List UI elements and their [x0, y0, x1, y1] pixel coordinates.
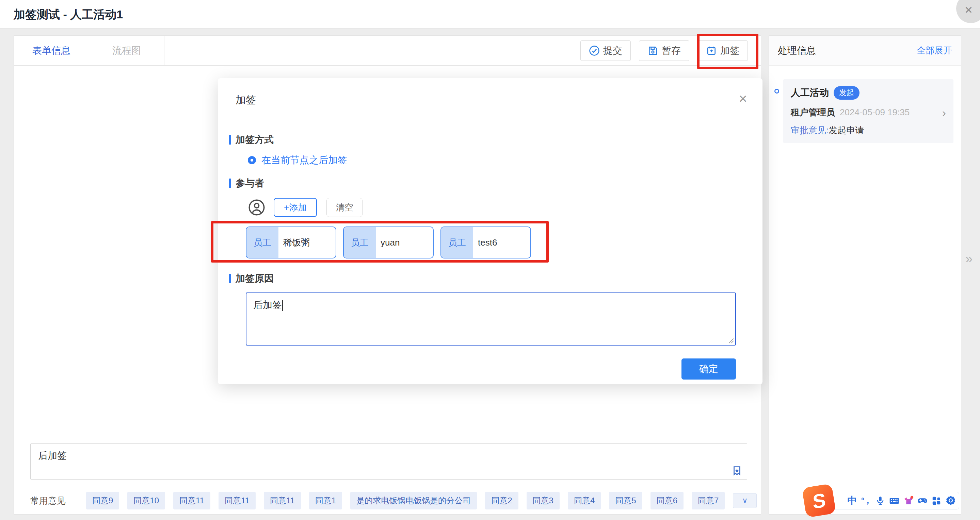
- keyboard-icon[interactable]: [888, 495, 900, 506]
- submit-button[interactable]: 提交: [581, 40, 631, 61]
- participant-chips: 员工 稀饭粥 员工 yuan 员工 test6: [246, 227, 748, 258]
- opinion-chip[interactable]: 同意7: [692, 492, 725, 509]
- opinions-more-button[interactable]: ∨: [733, 493, 757, 508]
- add-participant-button[interactable]: +添加: [274, 198, 317, 217]
- window-title: 加签测试 - 人工活动1: [14, 0, 123, 29]
- countersign-dialog: 加签 ✕ 加签方式 在当前节点之后加签 参与者 +添加 清空 员工 稀饭粥 员工: [218, 78, 762, 384]
- clear-participants-button[interactable]: 清空: [326, 198, 363, 217]
- opinion-text: 发起申请: [829, 125, 864, 135]
- microphone-icon[interactable]: [875, 495, 886, 506]
- tab-flow-chart[interactable]: 流程图: [89, 36, 164, 65]
- save-icon: [648, 45, 658, 56]
- ime-toolbar: 中 °，: [824, 492, 959, 509]
- opinion-chip[interactable]: 同意11: [264, 492, 301, 509]
- section-bar: [229, 135, 231, 144]
- timeline-dot-icon: [775, 89, 779, 94]
- opinion-chip[interactable]: 同意9: [86, 492, 119, 509]
- panel-collapse-icon[interactable]: »: [966, 252, 972, 266]
- expand-all-link[interactable]: 全部展开: [917, 44, 952, 57]
- timeline-item: 人工活动 发起 租户管理员 2024-05-09 19:35 › 审批意见:发起…: [775, 79, 953, 143]
- confirm-button[interactable]: 确定: [681, 358, 736, 379]
- sogou-logo[interactable]: S: [802, 484, 836, 518]
- chevron-right-icon[interactable]: ›: [942, 108, 946, 117]
- participant-chip[interactable]: 员工 稀饭粥: [246, 227, 336, 258]
- toolbox-icon[interactable]: [945, 495, 956, 506]
- timeline-card[interactable]: 人工活动 发起 租户管理员 2024-05-09 19:35 › 审批意见:发起…: [783, 79, 953, 143]
- reason-section-title: 加签原因: [235, 272, 274, 285]
- approval-comment-box[interactable]: 后加签: [30, 444, 747, 480]
- timeline-time: 2024-05-09 19:35: [840, 107, 910, 118]
- save-draft-button[interactable]: 暂存: [639, 40, 689, 61]
- games-icon[interactable]: [917, 495, 928, 506]
- section-bar: [229, 179, 231, 188]
- method-section-title: 加签方式: [235, 133, 274, 146]
- common-opinions-row: 常用意见 同意9 同意10 同意11 同意11 同意11 同意1 是的求电饭锅电…: [30, 491, 747, 510]
- timeline-node-name: 人工活动: [791, 86, 829, 99]
- opinion-chip[interactable]: 同意11: [173, 492, 210, 509]
- process-info-title: 处理信息: [778, 44, 816, 57]
- timeline-user: 租户管理员: [791, 106, 835, 118]
- common-opinions-chips: 同意9 同意10 同意11 同意11 同意11 同意1 是的求电饭锅电饭锅是的分…: [86, 492, 757, 509]
- chevron-down-icon: ∨: [742, 496, 748, 505]
- dialog-close-icon[interactable]: ✕: [738, 92, 748, 105]
- apps-grid-icon[interactable]: [931, 495, 942, 506]
- opinion-chip[interactable]: 同意2: [485, 492, 518, 509]
- favorite-comments-icon[interactable]: [731, 465, 743, 476]
- process-info-panel: 处理信息 全部展开 人工活动 发起 租户管理员 2024-05-09 19:35…: [768, 35, 961, 515]
- opinion-chip[interactable]: 同意10: [127, 492, 165, 509]
- text-caret: [282, 300, 283, 311]
- person-icon: [248, 199, 266, 216]
- resize-handle-icon[interactable]: [727, 336, 734, 344]
- participant-chip[interactable]: 员工 yuan: [343, 227, 434, 258]
- close-icon: ✕: [964, 4, 973, 16]
- radio-selected-icon: [248, 156, 256, 164]
- check-circle-icon: [589, 45, 600, 56]
- approval-comment-value: 后加签: [38, 449, 67, 462]
- skin-icon[interactable]: [903, 495, 914, 506]
- dialog-title: 加签: [235, 93, 256, 107]
- reason-value: 后加签: [253, 300, 282, 310]
- process-info-header: 处理信息 全部展开: [769, 36, 961, 66]
- participant-chip[interactable]: 员工 test6: [441, 227, 531, 258]
- opinion-chip[interactable]: 同意5: [609, 492, 642, 509]
- opinion-chip[interactable]: 同意6: [651, 492, 684, 509]
- common-opinions-label: 常用意见: [30, 495, 66, 507]
- header-actions: 提交 暂存 加签: [581, 36, 761, 65]
- participants-section-title: 参与者: [235, 177, 264, 190]
- reason-textarea[interactable]: 后加签: [246, 292, 736, 346]
- opinion-chip[interactable]: 同意4: [568, 492, 601, 509]
- chinese-mode-icon[interactable]: 中: [846, 495, 858, 506]
- opinion-chip[interactable]: 同意1: [309, 492, 342, 509]
- status-badge: 发起: [834, 86, 859, 100]
- section-bar: [229, 274, 231, 283]
- add-sign-icon: [706, 45, 717, 56]
- countersign-button[interactable]: 加签: [697, 40, 748, 61]
- opinion-label: 审批意见:: [791, 125, 829, 135]
- opinion-chip[interactable]: 同意11: [218, 492, 256, 509]
- opinion-chip[interactable]: 是的求电饭锅电饭锅是的分公司: [350, 492, 477, 509]
- opinion-chip[interactable]: 同意3: [527, 492, 560, 509]
- window-titlebar: 加签测试 - 人工活动1: [0, 0, 980, 29]
- method-radio-option[interactable]: 在当前节点之后加签: [248, 154, 748, 166]
- tab-form-info[interactable]: 表单信息: [14, 36, 89, 65]
- form-panel-header: 表单信息 流程图 提交 暂存 加签: [14, 36, 761, 66]
- punctuation-icon[interactable]: °，: [861, 495, 872, 506]
